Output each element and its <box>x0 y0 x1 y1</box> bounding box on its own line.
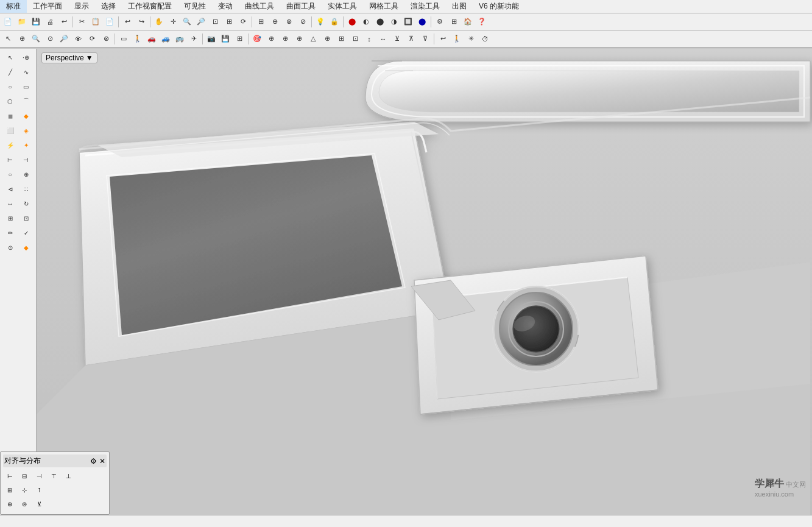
tb2-snap12[interactable]: ⊽ <box>418 32 432 46</box>
tb-print[interactable]: 🖨 <box>43 15 57 29</box>
tb2-snap7[interactable]: ⊡ <box>348 32 362 46</box>
ltb-dot[interactable]: ·⊕ <box>18 50 34 65</box>
tb2-car2[interactable]: 🚙 <box>159 32 172 46</box>
tb2-snap4[interactable]: △ <box>306 32 320 46</box>
ltb-extend[interactable]: ⊣ <box>18 152 34 167</box>
ltb-curve[interactable]: ∿ <box>18 65 34 79</box>
tb2-snap1[interactable]: ⊕ <box>264 32 278 46</box>
ltb-grid[interactable]: ⊞ <box>2 211 18 225</box>
tb2-snap8[interactable]: ↕ <box>362 32 376 46</box>
tb-move[interactable]: ✛ <box>166 15 180 29</box>
tb-save[interactable]: 💾 <box>29 15 43 29</box>
ltb-scale[interactable]: ↔ <box>2 196 18 211</box>
distribute-v[interactable]: ⊺ <box>32 484 46 496</box>
menu-transform[interactable]: 变动 <box>212 0 239 13</box>
ltb-arrow[interactable]: ↖ <box>2 50 18 65</box>
align-bottom-strip[interactable]: ⊥ <box>62 470 75 482</box>
ltb-check[interactable]: ✓ <box>18 225 34 240</box>
menu-display[interactable]: 显示 <box>68 0 95 13</box>
tb2-snap2[interactable]: ⊕ <box>278 32 292 46</box>
ltb-eraser[interactable]: ◆ <box>18 240 34 255</box>
tb2-snap5[interactable]: ⊕ <box>320 32 334 46</box>
tb-export[interactable]: ↩ <box>57 15 71 29</box>
ltb-array[interactable]: ∷ <box>18 182 34 196</box>
ltb-polygon[interactable]: ⬡ <box>2 94 18 108</box>
tb-rotate[interactable]: ⟳ <box>236 15 250 29</box>
ltb-trim[interactable]: ⊢ <box>2 152 18 167</box>
tb2-rectangle[interactable]: ▭ <box>117 32 130 46</box>
tb2-crosshair[interactable]: ⊕ <box>15 32 29 46</box>
tb2-snap10[interactable]: ⊻ <box>390 32 404 46</box>
tb-circle[interactable]: ⬤ <box>345 15 359 29</box>
tb-paste[interactable]: 📄 <box>103 15 116 29</box>
tb2-car[interactable]: 🚗 <box>145 32 158 46</box>
tb2-zoom-out2[interactable]: 🔎 <box>57 32 71 46</box>
align-top[interactable]: ⊤ <box>47 470 60 482</box>
tb2-disk[interactable]: 💾 <box>219 32 232 46</box>
tb-undo[interactable]: ↩ <box>121 15 134 29</box>
ltb-fillet[interactable]: ○ <box>2 167 18 182</box>
ltb-rotate3d[interactable]: ↻ <box>18 196 34 211</box>
tb2-car3[interactable]: 🚌 <box>173 32 186 46</box>
menu-workplane[interactable]: 工作平面 <box>27 0 68 13</box>
tb2-camera[interactable]: 📷 <box>205 32 218 46</box>
ltb-mirror[interactable]: ⊲ <box>2 182 18 196</box>
tb2-layers[interactable]: ⊞ <box>233 32 246 46</box>
tb2-snap9[interactable]: ↔ <box>376 32 390 46</box>
ltb-dim2[interactable]: ✦ <box>18 138 34 152</box>
distribute-h[interactable]: ⊹ <box>18 484 31 496</box>
tb-open[interactable]: 📁 <box>15 15 29 29</box>
tb-texture[interactable]: ⬤ <box>415 15 429 29</box>
tb-cube[interactable]: 🔲 <box>401 15 415 29</box>
tb2-zoom[interactable]: 🔍 <box>29 32 43 46</box>
viewport-label[interactable]: Perspective ▼ <box>41 52 97 63</box>
tb-snap-mid[interactable]: ⊘ <box>296 15 309 29</box>
tb2-snap6[interactable]: ⊞ <box>334 32 348 46</box>
menu-visibility[interactable]: 可见性 <box>178 0 212 13</box>
tb2-star[interactable]: ✳ <box>464 32 478 46</box>
ltb-circle[interactable]: ○ <box>2 79 18 94</box>
ltb-pt-grid[interactable]: ⊡ <box>18 211 34 225</box>
tb2-person[interactable]: 🚶 <box>131 32 144 46</box>
align-3d[interactable]: ⊕ <box>3 498 16 510</box>
ltb-chamfer[interactable]: ⊕ <box>18 167 34 182</box>
tb2-snap3[interactable]: ⊕ <box>292 32 306 46</box>
tb2-walk[interactable]: 🚶 <box>450 32 464 46</box>
tb-zoom-in[interactable]: 🔍 <box>180 15 194 29</box>
panel-settings-btn[interactable]: ⚙ <box>90 457 97 465</box>
tb2-target[interactable]: 🎯 <box>250 32 264 46</box>
space-evenly[interactable]: ⊜ <box>18 498 31 510</box>
tb-grid-config[interactable]: ⊞ <box>447 15 461 29</box>
menu-standard[interactable]: 标准 <box>0 0 27 13</box>
tb-half-circle[interactable]: ◐ <box>359 15 373 29</box>
tb-sphere[interactable]: ⬤ <box>373 15 387 29</box>
tb-snap-grid[interactable]: ⊞ <box>254 15 267 29</box>
tb2-snap11[interactable]: ⊼ <box>404 32 418 46</box>
tb2-arrow[interactable]: ↖ <box>1 32 15 46</box>
tb-redo[interactable]: ↪ <box>135 15 148 29</box>
tb2-rotate2[interactable]: ⟳ <box>85 32 99 46</box>
ltb-surface[interactable]: ◼ <box>2 108 18 123</box>
align-right[interactable]: ⊣ <box>32 470 46 482</box>
ltb-pen[interactable]: ✏ <box>2 225 18 240</box>
tb-snap-pt[interactable]: ⊕ <box>268 15 281 29</box>
menu-solid-tools[interactable]: 实体工具 <box>322 0 363 13</box>
ltb-line[interactable]: ╱ <box>2 65 18 79</box>
ltb-rect[interactable]: ▭ <box>18 79 34 94</box>
tb-light[interactable]: 💡 <box>314 15 327 29</box>
tb-help[interactable]: ❓ <box>475 15 489 29</box>
tb-zoom-out[interactable]: 🔎 <box>194 15 208 29</box>
ltb-dim[interactable]: ⚡ <box>2 138 18 152</box>
align-center-v[interactable]: ⊞ <box>3 484 16 496</box>
ltb-solid[interactable]: ⬜ <box>2 123 18 138</box>
tb-cut[interactable]: ✂ <box>75 15 88 29</box>
tb2-cross[interactable]: ⊗ <box>99 32 113 46</box>
tb-copy[interactable]: 📋 <box>89 15 102 29</box>
tb-half-sphere[interactable]: ◑ <box>387 15 401 29</box>
tb2-plane[interactable]: ✈ <box>187 32 200 46</box>
tb-lock[interactable]: 🔒 <box>328 15 341 29</box>
tb2-circle-zoom[interactable]: ⊙ <box>43 32 57 46</box>
tb2-undo2[interactable]: ↩ <box>436 32 450 46</box>
tb-snap-end[interactable]: ⊗ <box>282 15 295 29</box>
panel-close-btn[interactable]: ✕ <box>99 457 105 465</box>
